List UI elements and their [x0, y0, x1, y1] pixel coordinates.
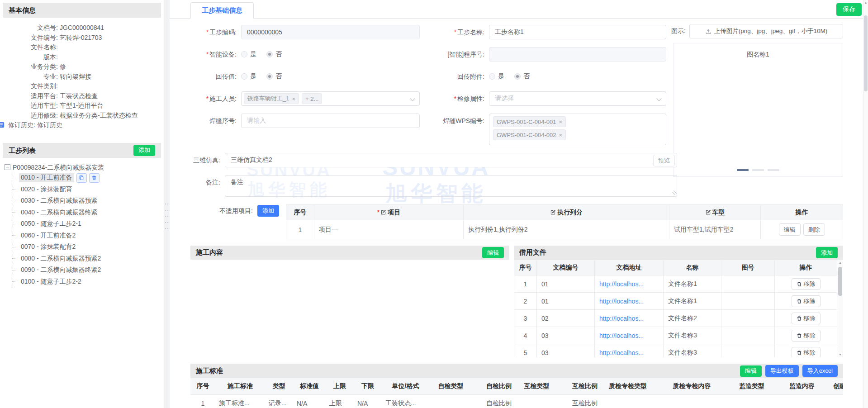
- workers-multiselect[interactable]: 铁路车辆钳工_1× + 2...: [241, 91, 420, 106]
- info-row: 文件类别:: [5, 81, 159, 91]
- tree-item-0060[interactable]: 0060 - 开工前准备2: [12, 230, 164, 242]
- radio-yes[interactable]: [489, 73, 495, 80]
- remove-file-button[interactable]: 移除: [792, 347, 821, 358]
- doc-url-link[interactable]: http://localhos...: [599, 280, 644, 288]
- repair-attr-select[interactable]: 请选择: [489, 91, 666, 106]
- upload-image-button[interactable]: 上传图片(png、jpg、jpeg、gif，小于10M): [689, 24, 843, 38]
- field-value: 转向架焊接: [58, 72, 159, 82]
- add-borrowed-file-button[interactable]: 添加: [816, 247, 838, 258]
- field-value: 工装状态检查: [58, 91, 159, 101]
- scrollbar-down-arrow[interactable]: ▼: [837, 353, 843, 356]
- doc-url-link[interactable]: http://localhos...: [599, 315, 644, 322]
- col-header-column: 执行列分: [464, 205, 669, 220]
- cell-column: 执行列份1,执行列份2: [464, 220, 669, 239]
- remove-file-button[interactable]: 移除: [792, 330, 821, 342]
- construction-standards-section: 施工标准 编辑 导出模板 导入excel 序号 施工标准 类型: [190, 364, 843, 408]
- radio-yes[interactable]: [241, 73, 247, 80]
- tree-item-0020[interactable]: 0020 - 涂抹装配育: [12, 184, 164, 195]
- smart-device-label: *智能设备:: [190, 47, 241, 62]
- worker-more-tag[interactable]: + 2...: [302, 93, 322, 104]
- field-label: 适用修级:: [5, 111, 58, 121]
- tree-root-node[interactable]: P00098234-二系横向减振器安装: [5, 162, 164, 172]
- resize-handle[interactable]: [671, 190, 677, 196]
- radio-yes[interactable]: [241, 51, 247, 57]
- export-template-button[interactable]: 导出模板: [765, 365, 799, 377]
- doc-url-link[interactable]: http://localhos...: [599, 349, 644, 356]
- step-name-input[interactable]: 工步名称1: [489, 25, 666, 39]
- tab-step-basic-info[interactable]: 工步基础信息: [190, 2, 254, 19]
- simulation-input[interactable]: 三维仿真文档2 预览: [225, 153, 677, 167]
- tree-item-label: 0030 - 二系横向减振器预紧: [19, 196, 100, 205]
- carousel-indicator[interactable]: [752, 169, 764, 171]
- cell: [774, 394, 830, 408]
- col-header: 互检比例: [558, 378, 601, 394]
- tree-item-0090[interactable]: 0090 - 二系横向减振器终紧2: [12, 265, 164, 276]
- scrollbar-thumb[interactable]: [864, 15, 868, 91]
- remove-file-button[interactable]: 移除: [792, 295, 821, 307]
- tree-item-0010[interactable]: 0010 - 开工前准备: [12, 172, 164, 184]
- doc-url-link[interactable]: http://localhos...: [599, 332, 644, 339]
- tag-close-icon[interactable]: ×: [559, 119, 563, 125]
- doc-url-link[interactable]: http://localhos...: [599, 298, 644, 305]
- add-not-applicable-button[interactable]: 添加: [257, 205, 279, 217]
- workers-label: *施工人员:: [190, 91, 241, 106]
- remark-label: 备注:: [190, 175, 225, 187]
- cell: 工装状态...: [382, 394, 429, 408]
- scrollbar-up-arrow[interactable]: ▲: [837, 261, 843, 264]
- edit-construction-content-button[interactable]: 编辑: [482, 247, 504, 258]
- upload-icon: [705, 28, 711, 34]
- tree-item-0070[interactable]: 0070 - 涂抹装配育2: [12, 242, 164, 253]
- collapse-icon[interactable]: [5, 164, 10, 170]
- cell-doc-no: 02: [537, 310, 595, 327]
- info-row: 版本:: [5, 52, 159, 62]
- tag-close-icon[interactable]: ×: [559, 132, 563, 138]
- delete-row-button[interactable]: 删除: [803, 223, 825, 236]
- tree-item-label: 0100 - 随意子工步2-2: [19, 277, 83, 286]
- save-button[interactable]: 保存: [836, 3, 862, 16]
- revision-history-link[interactable]: 修订历史: [35, 120, 159, 130]
- page-scrollbar[interactable]: ▲: [863, 0, 868, 408]
- tag-close-icon[interactable]: ×: [292, 95, 295, 102]
- panel-resize-divider[interactable]: [164, 0, 170, 408]
- tab-label: 工步基础信息: [202, 6, 242, 15]
- tree-item-0030[interactable]: 0030 - 二系横向减振器预紧: [12, 195, 164, 207]
- tree-item-0050[interactable]: 0050 - 随意子工步2-1: [12, 218, 164, 230]
- tree-item-label: 0070 - 涂抹装配育2: [19, 242, 77, 251]
- smart-program-input[interactable]: [489, 47, 666, 62]
- radio-label-no: 否: [275, 72, 282, 81]
- import-excel-button[interactable]: 导入excel: [802, 365, 838, 377]
- scrollbar-thumb[interactable]: [838, 267, 842, 296]
- borrowed-files-title: 借用文件: [519, 248, 546, 257]
- radio-no-selected[interactable]: [266, 51, 273, 57]
- repair-attr-label: *检修属性:: [428, 91, 489, 106]
- weld-seq-input[interactable]: 请输入: [241, 114, 420, 128]
- tree-item-0100[interactable]: 0100 - 随意子工步2-2: [12, 276, 164, 288]
- scrollbar-up-arrow[interactable]: ▲: [863, 1, 868, 4]
- delete-step-button[interactable]: [89, 173, 100, 183]
- copy-step-button[interactable]: [76, 173, 87, 183]
- edit-icon: [550, 209, 556, 215]
- col-header: 监造内容: [774, 378, 830, 394]
- table-scrollbar[interactable]: ▲ ▼: [837, 260, 843, 357]
- chevron-down-icon: [656, 96, 661, 101]
- tree-item-0040[interactable]: 0040 - 二系横向减振器终紧: [12, 207, 164, 218]
- remark-textarea[interactable]: 备注: [225, 175, 677, 197]
- remove-file-button[interactable]: 移除: [792, 278, 821, 290]
- edit-standards-button[interactable]: 编辑: [740, 365, 762, 377]
- radio-no-selected[interactable]: [266, 73, 273, 80]
- field-value: 修: [58, 62, 159, 72]
- remove-file-button[interactable]: 移除: [792, 313, 821, 324]
- weld-wps-multiselect[interactable]: GWPS-001-C-004-001× GWPS-001-C-004-002×: [489, 114, 666, 145]
- not-applicable-section: 不适用项目: 添加 序号 *项目 执行列分 车型 操作: [190, 204, 843, 239]
- edit-row-button[interactable]: 编辑: [779, 223, 801, 236]
- col-header: 标准值: [293, 378, 326, 394]
- add-step-button[interactable]: 添加: [133, 145, 155, 156]
- cell-index: 5: [514, 344, 537, 358]
- tree-item-0080[interactable]: 0080 - 二系横向减振器预紧2: [12, 253, 164, 265]
- radio-no-selected[interactable]: [514, 73, 521, 80]
- cell-index: 2: [514, 293, 537, 310]
- carousel-indicator-active[interactable]: [737, 169, 749, 171]
- step-code-input[interactable]: 0000000005: [241, 25, 420, 39]
- preview-button[interactable]: 预览: [653, 155, 675, 166]
- carousel-indicator[interactable]: [768, 169, 779, 171]
